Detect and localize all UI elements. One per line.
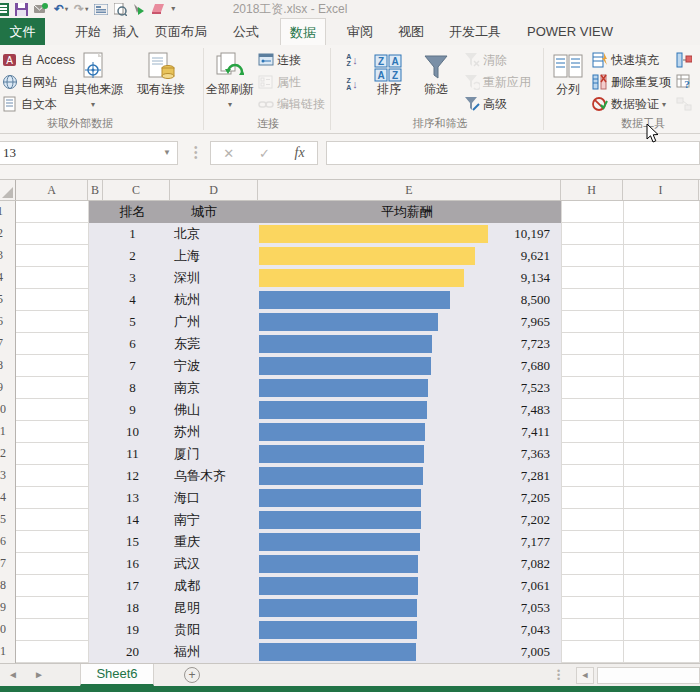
consolidate-button[interactable]: [676, 50, 692, 70]
advanced-filter-button[interactable]: 高级: [464, 94, 507, 114]
sheet-row-14[interactable]: 1413海口7,205: [0, 487, 700, 509]
sheet-tab-sheet6[interactable]: Sheet6: [80, 664, 154, 686]
table-row[interactable]: 1北京10,197: [89, 223, 561, 245]
rank-cell[interactable]: 2: [95, 245, 170, 267]
confirm-entry-icon[interactable]: ✓: [259, 146, 270, 161]
row-header-15[interactable]: 15: [0, 509, 16, 531]
city-cell[interactable]: 广州: [174, 311, 200, 333]
table-row[interactable]: 18昆明7,053: [89, 597, 561, 619]
sheet-row-13[interactable]: 1312乌鲁木齐7,281: [0, 465, 700, 487]
row-header-16[interactable]: 16: [0, 531, 16, 553]
from-other-sources-button[interactable]: 自其他来源▾: [62, 48, 124, 114]
table-row[interactable]: 20福州7,005: [89, 641, 561, 663]
row-header-17[interactable]: 17: [0, 553, 16, 575]
city-cell[interactable]: 宁波: [174, 355, 200, 377]
rank-cell[interactable]: 14: [95, 509, 170, 531]
sheet-row-16[interactable]: 1615重庆7,177: [0, 531, 700, 553]
city-cell[interactable]: 重庆: [174, 531, 200, 553]
sheet-row-5[interactable]: 54杭州8,500: [0, 289, 700, 311]
column-header-C[interactable]: C: [103, 180, 170, 200]
salary-value-cell[interactable]: 7,177: [450, 531, 550, 553]
city-cell[interactable]: 深圳: [174, 267, 200, 289]
tab-insert[interactable]: 插入: [104, 18, 148, 45]
salary-value-cell[interactable]: 7,965: [450, 311, 550, 333]
column-header-H[interactable]: H: [561, 180, 623, 200]
table-row[interactable]: 15重庆7,177: [89, 531, 561, 553]
city-cell[interactable]: 杭州: [174, 289, 200, 311]
salary-value-cell[interactable]: 7,483: [450, 399, 550, 421]
rank-cell[interactable]: 20: [95, 641, 170, 663]
salary-value-cell[interactable]: 7,082: [450, 553, 550, 575]
salary-value-cell[interactable]: 7,281: [450, 465, 550, 487]
city-cell[interactable]: 佛山: [174, 399, 200, 421]
row-header-18[interactable]: 18: [0, 575, 16, 597]
rank-cell[interactable]: 4: [95, 289, 170, 311]
horizontal-scrollbar[interactable]: [597, 667, 700, 684]
sheet-row-19[interactable]: 1918昆明7,053: [0, 597, 700, 619]
prev-sheet-icon[interactable]: ◄: [8, 669, 18, 680]
rank-cell[interactable]: 10: [95, 421, 170, 443]
table-row[interactable]: 2上海9,621: [89, 245, 561, 267]
city-cell[interactable]: 昆明: [174, 597, 200, 619]
connections-button[interactable]: 连接: [258, 50, 301, 70]
remove-duplicates-button[interactable]: 删除重复项: [592, 72, 671, 92]
column-header-D[interactable]: D: [170, 180, 258, 200]
sheet-row-12[interactable]: 1211厦门7,363: [0, 443, 700, 465]
city-cell[interactable]: 苏州: [174, 421, 200, 443]
tab-developer[interactable]: 开发工具: [440, 18, 510, 45]
sort-descending-button[interactable]: ZA↓: [339, 73, 365, 95]
salary-value-cell[interactable]: 8,500: [450, 289, 550, 311]
hscroll-left-icon[interactable]: ◄: [576, 667, 594, 684]
rank-cell[interactable]: 19: [95, 619, 170, 641]
row-header-1[interactable]: 1: [0, 201, 16, 223]
sheet-row-2[interactable]: 21北京10,197: [0, 223, 700, 245]
filter-button[interactable]: 筛选: [414, 48, 458, 114]
table-row[interactable]: 7宁波7,680: [89, 355, 561, 377]
rank-cell[interactable]: 15: [95, 531, 170, 553]
column-header-I[interactable]: I: [623, 180, 699, 200]
tab-view[interactable]: 视图: [389, 18, 433, 45]
select-all-corner[interactable]: [0, 180, 16, 200]
next-sheet-icon[interactable]: ►: [34, 669, 44, 680]
rank-cell[interactable]: 18: [95, 597, 170, 619]
sheet-row-10[interactable]: 109佛山7,483: [0, 399, 700, 421]
column-header-B[interactable]: B: [88, 180, 103, 200]
tab-page-layout[interactable]: 页面布局: [146, 18, 216, 45]
salary-value-cell[interactable]: 7,723: [450, 333, 550, 355]
salary-value-cell[interactable]: 7,363: [450, 443, 550, 465]
text-to-columns-button[interactable]: 分列: [547, 48, 589, 114]
refresh-all-button[interactable]: 全部刷新▾: [206, 48, 254, 114]
existing-connections-button[interactable]: 现有连接: [128, 48, 194, 114]
row-header-14[interactable]: 14: [0, 487, 16, 509]
sheet-row-3[interactable]: 32上海9,621: [0, 245, 700, 267]
rank-cell[interactable]: 7: [95, 355, 170, 377]
sheet-row-18[interactable]: 1817成都7,061: [0, 575, 700, 597]
table-row[interactable]: 19贵阳7,043: [89, 619, 561, 641]
table-row[interactable]: 13海口7,205: [89, 487, 561, 509]
row-header-20[interactable]: 20: [0, 619, 16, 641]
rank-cell[interactable]: 11: [95, 443, 170, 465]
formula-input[interactable]: [326, 141, 700, 165]
city-cell[interactable]: 乌鲁木齐: [174, 465, 226, 487]
salary-value-cell[interactable]: 7,061: [450, 575, 550, 597]
rank-cell[interactable]: 16: [95, 553, 170, 575]
row-header-6[interactable]: 6: [0, 311, 16, 333]
insert-function-icon[interactable]: fx: [295, 145, 305, 161]
sheet-row-8[interactable]: 87宁波7,680: [0, 355, 700, 377]
row-header-12[interactable]: 12: [0, 443, 16, 465]
table-row[interactable]: 9佛山7,483: [89, 399, 561, 421]
name-box[interactable]: 13 ▼: [0, 141, 178, 165]
sheet-row-7[interactable]: 76东莞7,723: [0, 333, 700, 355]
tab-data[interactable]: 数据: [280, 18, 326, 45]
splitter-dots-icon[interactable]: •••: [557, 669, 560, 681]
row-header-19[interactable]: 19: [0, 597, 16, 619]
rank-cell[interactable]: 1: [95, 223, 170, 245]
row-header-3[interactable]: 3: [0, 245, 16, 267]
salary-value-cell[interactable]: 9,621: [450, 245, 550, 267]
add-sheet-icon[interactable]: +: [184, 667, 200, 683]
table-row[interactable]: 6东莞7,723: [89, 333, 561, 355]
rank-cell[interactable]: 3: [95, 267, 170, 289]
city-cell[interactable]: 上海: [174, 245, 200, 267]
table-row[interactable]: 17成都7,061: [89, 575, 561, 597]
city-cell[interactable]: 北京: [174, 223, 200, 245]
